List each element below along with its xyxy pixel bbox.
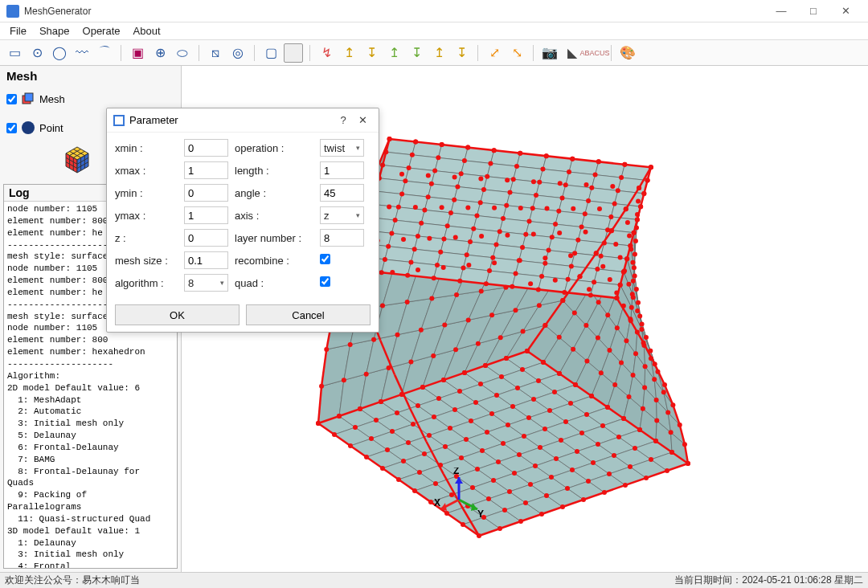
close-button[interactable]: ✕ <box>829 0 862 22</box>
svg-point-574 <box>567 169 571 174</box>
svg-point-780 <box>596 300 601 304</box>
hatch1-icon[interactable]: ⧅ <box>206 43 225 63</box>
svg-point-615 <box>644 476 649 480</box>
svg-point-602 <box>583 211 588 216</box>
input-z[interactable] <box>184 229 228 247</box>
svg-point-745 <box>568 253 573 258</box>
svg-point-445 <box>369 436 374 441</box>
axis-xyz-icon[interactable]: ↯ <box>317 43 336 63</box>
minimize-button[interactable]: — <box>765 0 797 22</box>
input-ymin[interactable] <box>184 184 228 202</box>
svg-point-705 <box>420 385 425 390</box>
label-axis: axis : <box>235 210 313 222</box>
svg-point-678 <box>358 406 362 411</box>
input-layer-number[interactable] <box>320 229 364 247</box>
point-checkbox[interactable] <box>6 123 17 133</box>
svg-point-522 <box>465 252 469 257</box>
svg-point-727 <box>518 258 522 263</box>
ellipse-icon[interactable]: ◯ <box>50 43 69 63</box>
svg-point-545 <box>549 475 554 480</box>
svg-point-630 <box>599 254 604 259</box>
zoom-icon[interactable]: ⤡ <box>507 43 526 63</box>
label-xmin: xmin : <box>115 142 178 154</box>
abacus-icon[interactable]: ABACUS <box>585 43 604 63</box>
cube-icon[interactable]: ▣ <box>128 43 147 63</box>
panel-icon[interactable]: ▢ <box>261 43 280 63</box>
svg-point-662 <box>324 347 329 352</box>
checkbox-quad[interactable] <box>320 276 330 287</box>
input-xmin[interactable] <box>184 139 228 157</box>
dialog-close-button[interactable]: ✕ <box>353 114 372 126</box>
svg-point-610 <box>569 263 574 268</box>
triangle-icon[interactable]: ◣ <box>563 43 582 63</box>
fill-icon[interactable] <box>284 43 303 63</box>
label-mesh-size: mesh size : <box>115 255 178 267</box>
svg-point-680 <box>371 337 376 342</box>
svg-point-600 <box>586 198 591 203</box>
svg-point-514 <box>478 200 483 205</box>
select-algorithm[interactable]: 8 <box>184 274 228 292</box>
select-operation[interactable]: twist <box>320 139 364 157</box>
axis-y2-icon[interactable]: ↧ <box>407 43 426 63</box>
circle-dot-icon[interactable]: ⊙ <box>27 43 47 63</box>
svg-point-517 <box>480 448 485 453</box>
svg-point-556 <box>534 193 538 198</box>
svg-point-785 <box>641 191 646 196</box>
mesh-checkbox[interactable] <box>6 94 17 104</box>
axis-y1-icon[interactable]: ↥ <box>384 43 403 63</box>
checkbox-recombine[interactable] <box>320 254 330 264</box>
menu-file[interactable]: File <box>3 23 33 39</box>
svg-point-561 <box>522 434 526 439</box>
input-length[interactable] <box>320 161 364 179</box>
axis-gizmo[interactable]: X Y Z <box>431 468 487 524</box>
svg-point-740 <box>596 159 601 164</box>
svg-point-532 <box>511 177 516 182</box>
camera-icon[interactable]: 📷 <box>540 43 559 63</box>
maximize-button[interactable]: □ <box>797 0 829 22</box>
sphere-icon[interactable]: ⊕ <box>150 43 170 63</box>
input-ymax[interactable] <box>184 206 228 224</box>
palette-icon[interactable]: 🎨 <box>618 43 637 63</box>
label-angle: angle : <box>235 187 313 199</box>
svg-point-739 <box>584 182 589 187</box>
ellipsoid-icon[interactable]: ⬭ <box>173 43 192 63</box>
svg-point-590 <box>539 274 544 279</box>
svg-point-676 <box>399 172 404 177</box>
menu-shape[interactable]: Shape <box>33 23 76 39</box>
input-mesh-size[interactable] <box>184 251 228 269</box>
svg-point-631 <box>616 435 621 439</box>
cancel-button[interactable]: Cancel <box>246 304 371 325</box>
wave-icon[interactable]: 〰 <box>72 43 92 63</box>
svg-point-677 <box>413 140 418 145</box>
menu-about[interactable]: About <box>127 23 167 39</box>
svg-point-581 <box>526 415 531 420</box>
ok-button[interactable]: OK <box>115 304 240 325</box>
svg-point-723 <box>462 370 467 375</box>
input-angle[interactable] <box>320 184 364 202</box>
svg-point-840 <box>669 450 674 455</box>
select-axis[interactable]: z <box>320 206 364 224</box>
dialog-help-button[interactable]: ? <box>334 114 353 126</box>
axis-z2-icon[interactable]: ↧ <box>452 43 471 63</box>
rubiks-cube-icon[interactable] <box>63 144 93 174</box>
axis-x1-icon[interactable]: ↥ <box>339 43 358 63</box>
svg-point-604 <box>579 225 584 230</box>
fit-icon[interactable]: ⤢ <box>485 43 504 63</box>
rect-icon[interactable]: ▭ <box>5 43 24 63</box>
axis-z1-icon[interactable]: ↥ <box>429 43 448 63</box>
svg-point-598 <box>589 186 594 190</box>
hatch2-icon[interactable]: ◎ <box>228 43 248 63</box>
svg-point-460 <box>379 270 384 275</box>
svg-point-599 <box>515 386 520 390</box>
svg-point-837 <box>637 313 642 318</box>
svg-point-733 <box>498 335 503 340</box>
svg-point-726 <box>503 285 508 290</box>
label-ymax: ymax : <box>115 210 178 222</box>
menu-operate[interactable]: Operate <box>76 23 127 39</box>
svg-point-491 <box>427 433 432 438</box>
axis-x2-icon[interactable]: ↧ <box>362 43 381 63</box>
svg-point-527 <box>560 504 565 509</box>
svg-point-520 <box>468 239 473 244</box>
curve-icon[interactable]: ⌒ <box>95 43 114 63</box>
input-xmax[interactable] <box>184 161 228 179</box>
